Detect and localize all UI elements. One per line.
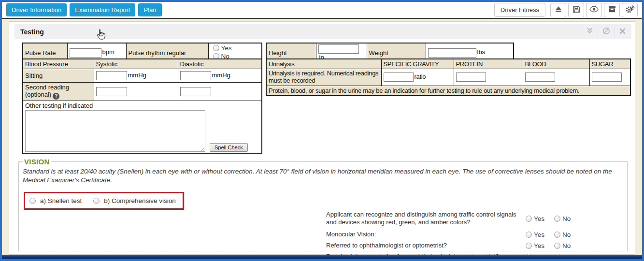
question-row-monocular-vision: Monocular Vision: Yes No (326, 229, 611, 240)
no-label: No (562, 231, 571, 238)
panel-header-icons (586, 27, 626, 37)
systolic-header: Systolic (94, 59, 178, 69)
testing-panel-header: Testing (14, 24, 631, 39)
traffic-signals-no-option[interactable]: No (554, 215, 571, 222)
pulse-rate-input[interactable] (70, 48, 101, 58)
radio-icon[interactable] (554, 232, 560, 238)
bottom-status-bar (2, 255, 642, 259)
settings-button[interactable] (622, 3, 638, 17)
other-testing-cell: Other testing if indicated Spell Check (23, 101, 262, 153)
blood-cell (523, 69, 589, 86)
urinalysis-header: Urinalysis (266, 59, 381, 69)
radio-icon[interactable] (93, 198, 100, 204)
eye-icon (589, 6, 599, 14)
radio-icon[interactable] (213, 45, 219, 51)
traffic-signals-yes-option[interactable]: Yes (526, 215, 544, 222)
blood-pressure-table: Blood Pressure Systolic Diastolic Sittin… (22, 58, 262, 154)
question-row-referred: Referred to ophthalmologist or optometri… (326, 240, 611, 251)
diastolic-header: Diastolic (178, 59, 262, 69)
radio-icon[interactable] (526, 243, 532, 249)
sugar-cell (589, 69, 630, 86)
pulse-rate-unit: bpm (102, 48, 114, 56)
sitting-systolic-input[interactable] (96, 71, 127, 80)
radio-icon[interactable] (29, 198, 36, 204)
archive-button[interactable] (604, 3, 620, 17)
settings-gears-icon (625, 5, 635, 15)
snellen-test-option[interactable]: a) Snellen test (29, 197, 82, 204)
systolic-unit: mmHg (128, 72, 146, 79)
collapse-double-chevron-icon[interactable] (586, 27, 593, 36)
panel-header-divider (598, 27, 598, 37)
blood-pressure-header: Blood Pressure (23, 59, 94, 69)
urinalysis-required-note: Urinalysis is required. Numerical readin… (266, 69, 381, 86)
vision-section: VISION Standard is at least 20/40 acuity… (18, 158, 628, 251)
help-icon[interactable]: ? (53, 93, 59, 100)
radio-icon[interactable] (526, 232, 532, 238)
diastolic-unit: mmHg (212, 72, 230, 79)
question-text: Monocular Vision: (326, 231, 526, 238)
second-diastolic-cell (178, 83, 262, 101)
blood-input[interactable] (525, 72, 555, 82)
other-testing-label: Other testing if indicated (25, 102, 259, 109)
comprehensive-vision-option[interactable]: b) Comprehensive vision (93, 197, 176, 204)
spell-check-button[interactable]: Spell Check (210, 143, 248, 152)
protein-header: PROTEIN (454, 59, 523, 69)
second-reading-label-cell: Second reading (optional)? (23, 83, 94, 101)
referred-yes-option[interactable]: Yes (526, 242, 544, 249)
monocular-no-option[interactable]: No (554, 231, 571, 238)
urinalysis-footer-note: Protein, blood, or sugar in the urine ma… (266, 86, 630, 96)
question-text: Referred to ophthalmologist or optometri… (326, 242, 526, 249)
blood-header: BLOOD (523, 59, 589, 69)
height-input[interactable] (318, 44, 359, 54)
second-reading-label: Second reading (optional) (25, 84, 69, 98)
no-label: No (562, 215, 571, 222)
tab-plan[interactable]: Plan (138, 3, 161, 16)
sugar-input[interactable] (592, 72, 622, 82)
save-button[interactable] (568, 3, 584, 17)
other-testing-textarea[interactable] (25, 110, 205, 152)
pulse-rhythm-yes-option[interactable]: Yes (213, 44, 232, 52)
specific-gravity-header: SPECIFIC GRAVITY (381, 59, 454, 69)
second-systolic-input[interactable] (96, 87, 127, 96)
driver-fitness-button[interactable]: Driver Fitness (494, 3, 545, 17)
question-text: Applicant can recognize and distinguish … (326, 211, 526, 227)
second-systolic-cell (94, 83, 178, 101)
second-diastolic-input[interactable] (180, 87, 211, 96)
comprehensive-vision-label: b) Comprehensive vision (104, 197, 176, 204)
panel-title: Testing (20, 28, 44, 36)
snellen-test-label: a) Snellen test (40, 197, 82, 204)
sugar-header: SUGAR (589, 59, 630, 69)
protein-input[interactable] (456, 72, 486, 82)
tab-driver-information[interactable]: Driver Information (6, 3, 67, 16)
close-icon[interactable] (619, 28, 626, 36)
radio-icon[interactable] (526, 216, 532, 222)
yes-label: Yes (534, 215, 544, 222)
vision-questions: Applicant can recognize and distinguish … (326, 211, 611, 261)
no-label: No (562, 242, 571, 249)
referred-no-option[interactable]: No (554, 242, 571, 249)
weight-input[interactable] (428, 48, 476, 58)
eject-button[interactable] (550, 3, 566, 17)
question-row-traffic-signals: Applicant can recognize and distinguish … (326, 211, 611, 227)
archive-icon (608, 5, 616, 14)
sitting-diastolic-input[interactable] (180, 71, 211, 80)
panel-header-divider (615, 27, 615, 37)
vision-test-options-highlight: a) Snellen test b) Comprehensive vision (24, 192, 184, 210)
toolbar-nav-group: Driver Information Examination Report Pl… (6, 3, 165, 16)
vision-description: Standard is at least 20/40 acuity (Snell… (23, 167, 623, 185)
protein-cell (454, 69, 523, 86)
monocular-yes-option[interactable]: Yes (526, 231, 544, 238)
top-toolbar: Driver Information Examination Report Pl… (2, 2, 642, 19)
ban-icon[interactable] (602, 27, 610, 37)
tab-examination-report[interactable]: Examination Report (70, 3, 135, 16)
sitting-systolic-cell: mmHg (94, 69, 178, 83)
save-icon (572, 5, 580, 14)
specific-gravity-input[interactable] (384, 72, 414, 82)
radio-icon[interactable] (554, 216, 560, 222)
preview-button[interactable] (586, 3, 602, 17)
weight-unit: lbs (477, 48, 486, 56)
yes-label: Yes (534, 242, 544, 249)
yes-label: Yes (534, 231, 544, 238)
app-window: Driver Information Examination Report Pl… (0, 0, 644, 261)
radio-icon[interactable] (554, 243, 560, 249)
